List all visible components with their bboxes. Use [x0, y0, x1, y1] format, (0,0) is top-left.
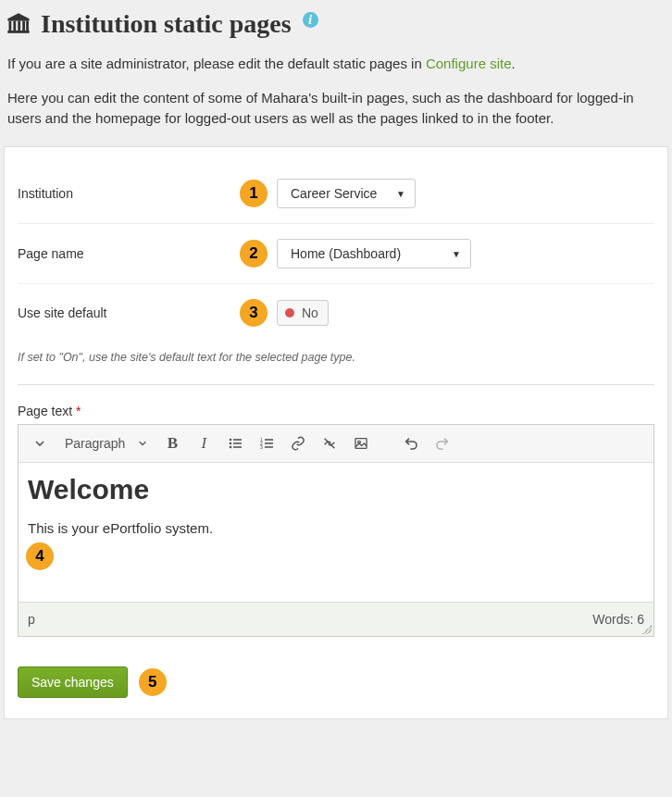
annotation-badge-1: 1 [240, 180, 268, 207]
svg-point-6 [230, 438, 232, 441]
intro-text: If you are a site administrator, please … [7, 56, 426, 71]
italic-icon[interactable]: I [190, 430, 218, 456]
unlink-icon[interactable] [316, 430, 343, 456]
annotation-badge-5: 5 [139, 668, 167, 696]
bullet-list-icon[interactable] [221, 430, 249, 456]
intro-line2: Here you can edit the content of some of… [6, 88, 666, 130]
editor-footer: p Words: 6 [19, 602, 653, 636]
svg-rect-0 [9, 21, 12, 31]
form-panel: Institution 1 Career Service ▼ Page name… [4, 146, 668, 719]
chevron-down-icon: ▼ [452, 248, 461, 258]
institution-select-value: Career Service [291, 186, 377, 201]
label-page-text: Page text * [18, 404, 654, 418]
required-mark: * [76, 404, 81, 418]
annotation-badge-3: 3 [240, 299, 268, 327]
svg-text:3: 3 [260, 443, 263, 449]
label-page-name: Page name [18, 246, 240, 261]
svg-rect-5 [7, 31, 29, 33]
svg-rect-3 [22, 21, 25, 31]
row-use-site-default: Use site default 3 No [18, 284, 654, 342]
svg-rect-4 [26, 21, 29, 31]
undo-icon[interactable] [397, 430, 425, 456]
chevron-down-icon [138, 439, 147, 448]
toggle-off-indicator-icon [285, 308, 294, 318]
editor-toolbar: Paragraph B I 123 [19, 425, 653, 463]
editor-heading: Welcome [28, 474, 644, 505]
page-name-select[interactable]: Home (Dashboard) ▼ [277, 239, 471, 268]
rich-text-editor: Paragraph B I 123 [18, 424, 654, 637]
row-institution: Institution 1 Career Service ▼ [18, 164, 654, 224]
page-text-label-text: Page text [18, 404, 72, 418]
save-row: Save changes 5 [18, 641, 654, 698]
row-page-name: Page name 2 Home (Dashboard) ▼ [18, 224, 654, 284]
toolbar-menu-icon[interactable] [26, 430, 54, 456]
editor-path: p [28, 612, 35, 627]
intro-suffix: . [512, 56, 516, 71]
svg-rect-2 [18, 21, 20, 31]
svg-point-10 [230, 445, 232, 448]
bold-icon[interactable]: B [158, 430, 186, 456]
numbered-list-icon[interactable]: 123 [253, 430, 280, 456]
format-select[interactable]: Paragraph [57, 432, 155, 455]
redo-icon[interactable] [429, 430, 456, 456]
save-button[interactable]: Save changes [18, 666, 128, 698]
annotation-badge-4: 4 [26, 542, 54, 570]
svg-rect-17 [265, 446, 273, 448]
institution-select[interactable]: Career Service ▼ [277, 179, 416, 208]
editor-content[interactable]: Welcome This is your ePortfolio system. … [19, 463, 653, 602]
label-use-site-default: Use site default [18, 305, 240, 320]
configure-site-link[interactable]: Configure site [426, 56, 512, 71]
svg-rect-11 [233, 446, 242, 448]
resize-handle-icon[interactable] [642, 625, 652, 634]
use-site-default-toggle[interactable]: No [277, 300, 329, 326]
editor-word-count: Words: 6 [592, 612, 644, 627]
institution-icon [6, 11, 31, 37]
svg-rect-9 [233, 442, 242, 444]
info-icon[interactable]: i [303, 12, 318, 28]
chevron-down-icon: ▼ [396, 188, 405, 198]
svg-point-8 [230, 442, 232, 444]
svg-rect-1 [13, 21, 16, 31]
editor-paragraph: This is your ePortfolio system. [28, 520, 644, 536]
page-title-text: Institution static pages [41, 9, 292, 39]
toggle-label: No [302, 305, 318, 320]
format-select-value: Paragraph [65, 436, 125, 451]
svg-rect-13 [265, 439, 273, 441]
svg-rect-7 [233, 439, 242, 441]
svg-rect-15 [265, 442, 273, 444]
link-icon[interactable] [284, 430, 312, 456]
image-icon[interactable] [347, 430, 375, 456]
page-name-select-value: Home (Dashboard) [291, 246, 401, 261]
intro-line1: If you are a site administrator, please … [6, 54, 666, 75]
label-institution: Institution [18, 186, 240, 201]
help-text: If set to "On", use the site's default t… [18, 342, 654, 385]
page-title: Institution static pages i [6, 9, 666, 39]
annotation-badge-2: 2 [240, 240, 268, 268]
